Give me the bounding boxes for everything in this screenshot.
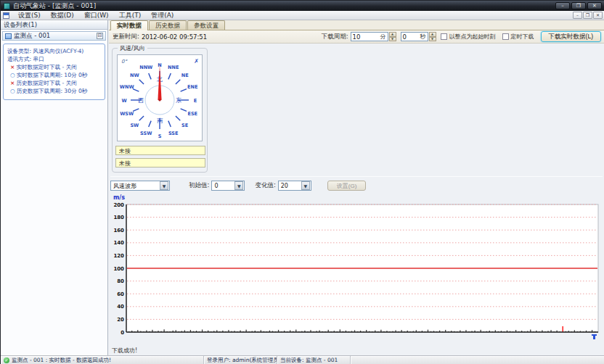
logged-in-user: 登录用户: admin(系统管理员): [207, 357, 277, 364]
download-realtime-button[interactable]: 下载实时数据(L): [541, 31, 601, 42]
success-check-icon: ✓: [4, 357, 9, 363]
tab-parameter-settings[interactable]: 参数设置: [187, 20, 225, 30]
minutes-value[interactable]: 10: [353, 33, 378, 41]
update-time-label: 更新时间:: [113, 33, 139, 41]
chart-controls: 风速波形 ▼ 初始值: 0 ▼ 变化值: 20 ▼ 设置(G): [110, 180, 603, 191]
status-message-cell: ✓ 监测点 - 001 : 实时数据 - 数据返回成功!: [1, 356, 204, 364]
chevron-down-icon[interactable]: ▼: [301, 181, 310, 190]
y-axis-tick-label: 180: [113, 215, 124, 220]
timer-download-checkbox[interactable]: 定时下载: [502, 33, 534, 41]
minutes-field[interactable]: 10 分: [351, 32, 388, 41]
menu-window[interactable]: 窗口(W): [79, 10, 114, 21]
divider: [110, 176, 603, 177]
y-axis-tick-label: 0: [121, 330, 124, 336]
device-info-line: ○实时数据下载周期: 10分 0秒: [10, 71, 103, 79]
compass-needle: [158, 65, 161, 100]
mdi-minimize-button[interactable]: –: [573, 12, 582, 19]
compass-direction-label: SSE: [168, 131, 179, 136]
status-bar: ✓ 监测点 - 001 : 实时数据 - 数据返回成功! 登录用户: admin…: [1, 355, 604, 364]
y-axis-tick-label: 160: [113, 228, 124, 233]
minimize-button[interactable]: –: [555, 2, 570, 9]
mdi-child-icon: [3, 12, 9, 19]
wind-direction-value-box: 未接: [115, 158, 205, 167]
device-info-line: ○历史数据下载周期: 30分 0秒: [10, 87, 103, 95]
chevron-down-icon[interactable]: ▼: [234, 181, 243, 190]
seconds-field[interactable]: 0 秒: [401, 32, 428, 41]
windspeed-chart-plot: m/s020406080100120140160180200: [110, 193, 603, 345]
compass-status-mark: ✗: [194, 58, 199, 65]
apply-settings-button[interactable]: 设置(G): [327, 181, 367, 191]
y-axis-tick-label: 100: [113, 266, 124, 272]
seconds-value[interactable]: 0: [403, 33, 418, 41]
align-start-checkbox-label: 以整点为起始时刻: [449, 33, 496, 41]
chart-status-text: 下载成功!: [112, 347, 137, 355]
main-panel: 实时数据 历史数据 参数设置 更新时间: 2012-06-02 09:57:51…: [109, 20, 604, 355]
status-user-cell: 登录用户: admin(系统管理员): [204, 356, 277, 364]
step-value-select[interactable]: 20 ▼: [278, 181, 311, 191]
device-info-line: ×历史数据定时下载 - 关闭: [10, 79, 103, 87]
tree-collapse-icon[interactable]: ⊟: [97, 33, 103, 39]
tab-realtime-data[interactable]: 实时数据: [110, 20, 148, 30]
y-axis-tick-label: 140: [113, 240, 124, 246]
align-start-checkbox[interactable]: 以整点为起始时刻: [441, 33, 496, 41]
chart-cursor-marker: [592, 334, 597, 339]
y-axis-tick-label: 80: [117, 278, 124, 284]
timer-download-checkbox-label: 定时下载: [511, 33, 534, 41]
menu-bar: 设置(S) 数据(D) 窗口(W) 工具(T) 管理(A) – ❐ ✕: [1, 11, 604, 20]
step-value-select-value: 20: [279, 183, 301, 189]
maximize-button[interactable]: ❐: [571, 2, 586, 9]
compass-direction-label: W: [121, 98, 126, 104]
seconds-unit-label: 秒: [420, 33, 426, 41]
tab-history-data[interactable]: 历史数据: [149, 20, 187, 30]
device-info-line: 设备类型: 风速风向仪(ACFY-4): [7, 47, 103, 55]
checkbox-icon[interactable]: [441, 33, 447, 40]
y-axis-tick-label: 120: [113, 253, 124, 259]
y-axis-label: m/s: [113, 194, 125, 201]
start-value-select[interactable]: 0 ▼: [211, 181, 245, 191]
compass-direction-label: ENE: [187, 84, 197, 90]
chevron-down-icon[interactable]: ▼: [160, 181, 168, 190]
compass-cardinal-label: 西: [138, 97, 144, 104]
y-axis-tick-label: 60: [117, 291, 124, 297]
close-button[interactable]: ✕: [587, 2, 602, 9]
menu-manage[interactable]: 管理(A): [146, 10, 179, 21]
seconds-stepper[interactable]: ▲▼: [429, 32, 436, 41]
compass-cardinal-label: 南: [157, 117, 163, 124]
compass-direction-label: NW: [130, 73, 139, 78]
y-axis-tick-label: 200: [113, 202, 124, 208]
mdi-restore-button[interactable]: ❐: [583, 12, 592, 19]
wind-degree-readout: 0°: [121, 59, 127, 65]
device-tree-node[interactable]: 监测点 - 001 ⊟: [2, 31, 106, 41]
device-list-header: 设备列表(1): [1, 20, 107, 30]
mdi-close-button[interactable]: ✕: [593, 12, 603, 19]
compass-direction-label: SW: [130, 123, 139, 128]
chart-spike-bar: [563, 326, 563, 332]
compass-direction-label: ESE: [187, 111, 197, 117]
y-axis-tick-label: 40: [117, 304, 124, 310]
compass-direction-label: SSW: [140, 131, 152, 136]
wind-speed-value-box: 未接: [115, 146, 205, 155]
step-value-label: 变化值:: [255, 181, 275, 190]
status-message: 监测点 - 001 : 实时数据 - 数据返回成功!: [12, 357, 111, 364]
y-axis-tick-label: 20: [117, 317, 124, 323]
app-window: 自动气象站 - [监测点 - 001] – ❐ ✕ 设置(S) 数据(D) 窗口…: [0, 0, 604, 364]
waveform-select[interactable]: 风速波形 ▼: [110, 181, 170, 191]
menu-settings[interactable]: 设置(S): [13, 10, 46, 21]
device-icon: [5, 33, 12, 39]
menu-tools[interactable]: 工具(T): [114, 10, 147, 21]
compass-direction-label: E: [194, 98, 197, 104]
minutes-unit-label: 分: [380, 33, 386, 41]
status-device-cell: 当前设备: 监测点 - 001: [277, 356, 351, 364]
realtime-toolbar: 更新时间: 2012-06-02 09:57:51 下载周期: 10 分 ▲▼ …: [109, 30, 604, 44]
tab-bar: 实时数据 历史数据 参数设置: [109, 20, 604, 30]
compass-direction-label: NNW: [139, 65, 152, 70]
checkbox-icon[interactable]: [502, 33, 509, 40]
compass-direction-label: SE: [181, 123, 188, 128]
compass-rose: 0°✗NNNENEENEEESESESSESSSWSWWSWWWNWNWNNW北…: [118, 55, 202, 141]
realtime-content: 风速/风向 0°✗NNNENEENEEESESESSESSSWSWWSWWWNW…: [109, 44, 604, 355]
device-info-line: 通讯方式: 串口: [7, 55, 103, 63]
app-icon: [4, 3, 10, 9]
menu-data[interactable]: 数据(D): [46, 10, 79, 21]
compass-direction-label: WNW: [120, 84, 134, 90]
minutes-stepper[interactable]: ▲▼: [389, 32, 396, 41]
